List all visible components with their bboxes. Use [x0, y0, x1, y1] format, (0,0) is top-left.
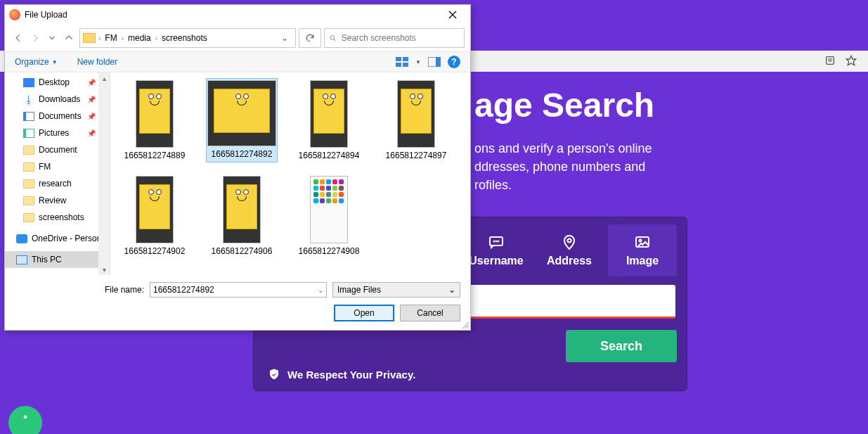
nav-back-button[interactable] [11, 30, 26, 46]
svg-rect-17 [403, 57, 408, 61]
pic-icon [23, 129, 34, 138]
breadcrumb-item-screenshots[interactable]: screenshots [159, 33, 210, 43]
sidebar-item-documents[interactable]: Documents📌 [5, 108, 110, 125]
new-folder-button[interactable]: New folder [77, 57, 117, 67]
tab-address[interactable]: Address [535, 224, 604, 276]
sidebar-scrollbar[interactable]: ▴ ▾ [98, 72, 110, 275]
svg-point-10 [640, 240, 642, 242]
help-button[interactable]: ? [448, 56, 460, 68]
svg-rect-19 [403, 63, 408, 67]
pin-icon: 📌 [87, 113, 96, 120]
breadcrumb-item-fm[interactable]: FM [102, 33, 119, 43]
svg-point-8 [568, 239, 571, 243]
tab-image[interactable]: Image [608, 224, 677, 276]
organize-menu[interactable]: Organize ▼ [15, 57, 58, 67]
search-button[interactable]: Search [566, 330, 677, 362]
close-icon [448, 11, 457, 19]
file-item[interactable]: 1665812274889 [119, 78, 190, 162]
file-thumbnail [136, 176, 174, 243]
star-icon[interactable] [846, 55, 857, 68]
svg-rect-21 [436, 57, 441, 67]
search-box[interactable] [324, 28, 465, 48]
reader-icon[interactable] [824, 55, 836, 68]
panel-icon [428, 57, 441, 67]
folder-icon [23, 162, 34, 172]
file-item[interactable]: 1665812274908 [293, 174, 365, 258]
svg-point-5 [494, 241, 495, 242]
chevron-right-icon: › [122, 34, 124, 42]
svg-point-11 [24, 416, 27, 419]
dialog-toolbar: Organize ▼ New folder ▼ ? [5, 51, 470, 72]
dialog-title: File Upload [25, 10, 439, 20]
breadcrumb[interactable]: › FM › media › screenshots ⌄ [79, 28, 296, 48]
nav-forward-button[interactable] [27, 30, 43, 46]
sidebar-item-label: Downloads [39, 94, 80, 104]
view-mode-button[interactable] [396, 57, 408, 67]
dialog-navbar: › FM › media › screenshots ⌄ [5, 25, 470, 51]
chevron-down-icon[interactable]: ⌄ [318, 286, 323, 294]
caret-down-icon[interactable]: ▼ [415, 59, 421, 65]
sidebar-item-label: screenshots [39, 212, 84, 222]
sidebar-item-screenshots[interactable]: screenshots [5, 209, 110, 226]
sidebar-item-fm[interactable]: FM [5, 158, 110, 175]
file-item[interactable]: 1665812274897 [380, 78, 452, 162]
sidebar-item-document[interactable]: Document [5, 141, 110, 158]
file-thumbnail [310, 176, 348, 243]
breadcrumb-dropdown[interactable]: ⌄ [277, 33, 292, 43]
file-label: 1665812274892 [212, 149, 273, 159]
accessibility-icon [15, 413, 35, 433]
firefox-icon [9, 9, 20, 20]
arrow-up-icon [64, 33, 74, 43]
breadcrumb-item-media[interactable]: media [125, 33, 154, 43]
cancel-button[interactable]: Cancel [400, 305, 460, 321]
refresh-button[interactable] [299, 28, 321, 48]
nav-recent-button[interactable] [44, 30, 60, 46]
filename-input[interactable]: 1665812274892 ⌄ [150, 282, 327, 298]
file-thumbnail [397, 80, 435, 148]
pc-icon [16, 255, 27, 264]
page-title: age Search [474, 86, 654, 125]
file-thumbnail [223, 176, 261, 243]
accessibility-button[interactable] [8, 406, 42, 434]
nav-up-button[interactable] [61, 30, 77, 46]
search-input[interactable] [342, 33, 460, 43]
arrow-left-icon [13, 33, 23, 43]
svg-line-15 [334, 39, 336, 41]
folder-icon [23, 146, 34, 155]
page-description: ons and verify a person's online ddresse… [474, 139, 652, 194]
file-item[interactable]: 1665812274906 [206, 174, 278, 258]
sidebar-item-pictures[interactable]: Pictures📌 [5, 125, 110, 141]
scroll-down-icon[interactable]: ▾ [98, 264, 110, 275]
sidebar-item-label: Pictures [39, 128, 69, 138]
sidebar-item-research[interactable]: research [5, 175, 110, 192]
sidebar-this-pc[interactable]: This PC [5, 251, 110, 268]
file-item[interactable]: 1665812274894 [293, 78, 365, 162]
close-button[interactable] [439, 5, 466, 25]
svg-marker-3 [846, 56, 855, 65]
file-thumbnail [136, 80, 174, 148]
sidebar-onedrive[interactable]: OneDrive - Person [5, 230, 110, 247]
sidebar-item-label: FM [39, 162, 51, 172]
file-label: 1665812274894 [299, 151, 360, 160]
sidebar-item-downloads[interactable]: ⭳Downloads📌 [5, 91, 110, 108]
file-thumbnail [207, 80, 276, 146]
filetype-select[interactable]: Image Files ⌄ [332, 282, 460, 298]
sidebar: Desktop📌⭳Downloads📌Documents📌Pictures📌Do… [5, 72, 110, 275]
open-button[interactable]: Open [334, 305, 394, 321]
sidebar-item-desktop[interactable]: Desktop📌 [5, 74, 110, 91]
scroll-up-icon[interactable]: ▴ [98, 72, 110, 84]
file-thumbnail [310, 80, 348, 148]
resize-grip[interactable] [460, 320, 469, 328]
preview-pane-button[interactable] [428, 57, 441, 67]
file-item[interactable]: 1665812274902 [119, 174, 190, 258]
tab-username[interactable]: Username [462, 224, 531, 276]
dl-icon: ⭳ [23, 95, 34, 104]
chevron-right-icon: › [155, 34, 157, 42]
file-item[interactable]: 1665812274892 [206, 78, 278, 162]
file-label: 1665812274902 [124, 246, 186, 256]
image-icon [634, 234, 651, 250]
svg-rect-18 [396, 63, 401, 67]
sidebar-item-review[interactable]: Review [5, 192, 110, 209]
dialog-footer: File name: 1665812274892 ⌄ Image Files ⌄… [5, 275, 470, 330]
file-list[interactable]: 1665812274889166581227489216658122748941… [110, 72, 470, 275]
